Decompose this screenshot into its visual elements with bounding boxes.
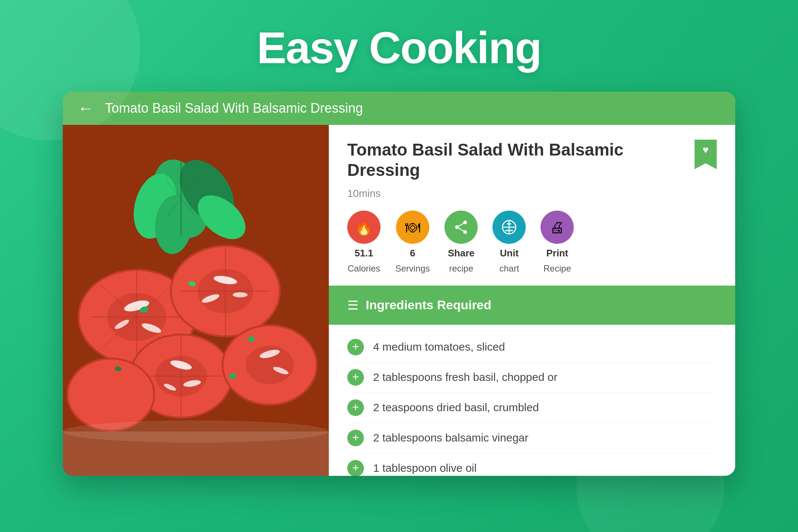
stat-calories[interactable]: 🔥 51.1 Calories	[347, 211, 381, 274]
share-icon	[444, 211, 478, 244]
recipe-card: ← Tomato Basil Salad With Balsamic Dress…	[63, 92, 735, 476]
svg-rect-58	[507, 223, 511, 225]
stat-unit-chart[interactable]: Unit chart	[492, 211, 526, 274]
unit-chart-icon	[492, 211, 526, 244]
list-icon: ☰	[347, 298, 358, 313]
add-ingredient-button-3[interactable]: +	[347, 399, 364, 416]
servings-value: 6	[410, 248, 415, 259]
add-ingredient-button-5[interactable]: +	[347, 460, 364, 476]
list-item: + 2 teaspoons dried basil, crumbled	[347, 393, 717, 423]
ingredient-text-2: 2 tablespoons fresh basil, chopped or	[373, 371, 557, 383]
heart-icon: ♥	[703, 144, 709, 156]
list-item: + 1 tablespoon olive oil	[347, 453, 717, 476]
recipe-detail: Tomato Basil Salad With Balsamic Dressin…	[329, 125, 735, 476]
svg-point-37	[233, 292, 248, 297]
recipe-header: Tomato Basil Salad With Balsamic Dressin…	[329, 125, 735, 188]
nav-bar: ← Tomato Basil Salad With Balsamic Dress…	[63, 92, 735, 125]
stat-servings[interactable]: 🍽 6 Servings	[395, 211, 430, 274]
share-label: recipe	[449, 263, 473, 274]
recipe-time: 10mins	[329, 188, 735, 207]
food-image	[63, 125, 329, 476]
list-item: + 2 tablespoons balsamic vinegar	[347, 423, 717, 453]
items-count: 9 Items	[692, 294, 717, 317]
back-button[interactable]: ←	[78, 100, 94, 116]
unit-value: Unit	[500, 248, 519, 259]
svg-line-54	[457, 227, 465, 232]
add-ingredient-button-2[interactable]: +	[347, 369, 364, 386]
ingredient-text-5: 1 tablespoon olive oil	[373, 462, 477, 474]
ingredients-title: Ingredients Required	[366, 298, 491, 312]
ingredients-header-left: ☰ Ingredients Required	[347, 298, 491, 313]
calories-label: Calories	[348, 263, 380, 274]
stats-row: 🔥 51.1 Calories 🍽 6 Servings	[329, 207, 735, 285]
unit-label: chart	[499, 263, 519, 274]
calories-value: 51.1	[355, 248, 374, 259]
main-content: Tomato Basil Salad With Balsamic Dressin…	[63, 125, 735, 476]
calories-icon: 🔥	[347, 211, 381, 244]
print-value: Print	[546, 248, 568, 259]
recipe-title: Tomato Basil Salad With Balsamic Dressin…	[347, 140, 680, 180]
nav-title: Tomato Basil Salad With Balsamic Dressin…	[105, 100, 363, 116]
print-icon: 🖨	[540, 211, 574, 244]
stat-share[interactable]: Share recipe	[444, 211, 478, 274]
svg-point-49	[63, 420, 329, 443]
ingredients-header: ☰ Ingredients Required 9 Items	[329, 286, 735, 325]
print-label: Recipe	[543, 263, 571, 274]
share-value: Share	[448, 248, 474, 259]
ingredients-list: + 4 medium tomatoes, sliced + 2 tablespo…	[329, 325, 735, 476]
svg-point-23	[68, 359, 153, 430]
svg-line-53	[457, 222, 465, 227]
list-item: + 4 medium tomatoes, sliced	[347, 332, 717, 362]
servings-label: Servings	[395, 263, 430, 274]
count-number: 9	[692, 294, 717, 305]
count-label: Items	[692, 305, 717, 317]
app-title: Easy Cooking	[257, 0, 541, 92]
ingredient-text-4: 2 tablespoons balsamic vinegar	[373, 432, 528, 444]
add-ingredient-button-1[interactable]: +	[347, 339, 364, 355]
svg-rect-59	[505, 230, 513, 231]
servings-icon: 🍽	[396, 211, 429, 244]
ingredient-text-1: 4 medium tomatoes, sliced	[373, 341, 505, 353]
stat-print[interactable]: 🖨 Print Recipe	[540, 211, 574, 274]
list-item: + 2 tablespoons fresh basil, chopped or	[347, 362, 717, 393]
ingredient-text-3: 2 teaspoons dried basil, crumbled	[373, 401, 539, 414]
favorite-button[interactable]: ♥	[695, 140, 717, 169]
add-ingredient-button-4[interactable]: +	[347, 430, 364, 446]
